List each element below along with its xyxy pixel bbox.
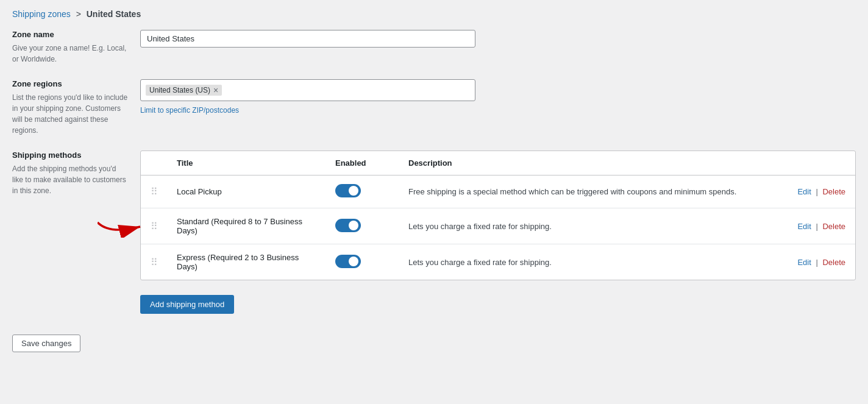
add-method-section: Add shipping method: [12, 295, 856, 328]
method-title-0: Local Pickup: [177, 187, 222, 196]
toggle-switch-2[interactable]: [335, 255, 361, 268]
toggle-slider-1: [335, 219, 361, 232]
table-row: ⠿ Local Pickup Free shipping is a specia…: [141, 175, 855, 208]
col-title-header: Title: [167, 151, 326, 175]
shipping-methods-table: Title Enabled Description ⠿ Local Pickup: [141, 151, 855, 280]
zone-name-control-col: [140, 30, 856, 48]
shipping-methods-description: Add the shipping methods you'd like to m…: [12, 163, 128, 196]
shipping-methods-heading: Shipping methods: [12, 151, 128, 160]
drag-handle-icon[interactable]: ⠿: [151, 186, 157, 197]
drag-handle-cell: ⠿: [141, 175, 167, 208]
table-header-row: Title Enabled Description: [141, 151, 855, 175]
method-desc-1: Lets you charge a fixed rate for shippin…: [408, 222, 552, 231]
region-tag-label: United States (US): [149, 86, 210, 94]
breadcrumb-separator: >: [76, 9, 81, 19]
shipping-methods-table-wrapper: Title Enabled Description ⠿ Local Pickup: [140, 151, 856, 280]
method-actions-cell-2: Edit | Delete: [781, 244, 855, 280]
zip-postcodes-link[interactable]: Limit to specific ZIP/postcodes: [140, 106, 856, 115]
zone-name-input[interactable]: [140, 30, 475, 48]
table-row: ⠿ Standard (Required 8 to 7 Business Day…: [141, 208, 855, 244]
action-sep-1: |: [816, 222, 817, 231]
method-delete-link-0[interactable]: Delete: [822, 187, 845, 196]
add-shipping-method-button[interactable]: Add shipping method: [140, 295, 234, 314]
toggle-slider-2: [335, 255, 361, 268]
region-tag-us: United States (US) ×: [146, 85, 222, 96]
method-title-cell: Local Pickup: [167, 175, 326, 208]
breadcrumb-link[interactable]: Shipping zones: [12, 9, 71, 19]
method-edit-link-1[interactable]: Edit: [797, 222, 811, 231]
method-edit-link-0[interactable]: Edit: [797, 187, 811, 196]
table-row: ⠿ Express (Required 2 to 3 Business Days…: [141, 244, 855, 280]
save-section: Save changes: [12, 328, 856, 358]
zone-regions-label-col: Zone regions List the regions you'd like…: [12, 79, 140, 136]
toggle-switch-1[interactable]: [335, 219, 361, 232]
region-tag-remove[interactable]: ×: [213, 86, 218, 94]
toggle-switch-0[interactable]: [335, 184, 361, 197]
col-enabled-header: Enabled: [326, 151, 399, 175]
zone-regions-heading: Zone regions: [12, 79, 128, 88]
method-enabled-cell: [326, 208, 399, 244]
col-desc-header: Description: [399, 151, 781, 175]
col-drag: [141, 151, 167, 175]
method-title-1: Standard (Required 8 to 7 Business Days): [177, 217, 302, 235]
method-actions-cell-1: Edit | Delete: [781, 208, 855, 244]
drag-handle-icon[interactable]: ⠿: [151, 257, 157, 268]
method-actions-cell-0: Edit | Delete: [781, 175, 855, 208]
zone-name-description: Give your zone a name! E.g. Local, or Wo…: [12, 43, 128, 65]
zone-name-section: Zone name Give your zone a name! E.g. Lo…: [12, 30, 856, 65]
drag-handle-cell: ⠿: [141, 244, 167, 280]
method-desc-2: Lets you charge a fixed rate for shippin…: [408, 258, 552, 267]
zone-name-heading: Zone name: [12, 30, 128, 39]
method-desc-0: Free shipping is a special method which …: [408, 187, 736, 196]
method-delete-link-2[interactable]: Delete: [822, 258, 845, 267]
zone-regions-input[interactable]: United States (US) ×: [140, 79, 475, 101]
method-enabled-cell: [326, 244, 399, 280]
zone-regions-description: List the regions you'd like to include i…: [12, 92, 128, 136]
zone-regions-section: Zone regions List the regions you'd like…: [12, 79, 856, 136]
col-actions-header: [781, 151, 855, 175]
method-title-2: Express (Required 2 to 3 Business Days): [177, 253, 299, 271]
breadcrumb: Shipping zones > United States: [12, 9, 856, 19]
action-sep-2: |: [816, 258, 817, 267]
action-sep-0: |: [816, 187, 817, 196]
method-delete-link-1[interactable]: Delete: [822, 222, 845, 231]
toggle-slider-0: [335, 184, 361, 197]
method-desc-cell: Lets you charge a fixed rate for shippin…: [399, 208, 781, 244]
save-changes-button[interactable]: Save changes: [12, 335, 80, 352]
method-desc-cell: Lets you charge a fixed rate for shippin…: [399, 244, 781, 280]
arrow-indicator: [98, 216, 146, 239]
drag-handle-icon[interactable]: ⠿: [151, 221, 157, 232]
breadcrumb-current: United States: [87, 9, 141, 19]
method-enabled-cell: [326, 175, 399, 208]
method-title-cell: Express (Required 2 to 3 Business Days): [167, 244, 326, 280]
method-desc-cell: Free shipping is a special method which …: [399, 175, 781, 208]
method-edit-link-2[interactable]: Edit: [797, 258, 811, 267]
shipping-methods-label-col: Shipping methods Add the shipping method…: [12, 151, 140, 196]
zone-name-label-col: Zone name Give your zone a name! E.g. Lo…: [12, 30, 140, 65]
method-title-cell: Standard (Required 8 to 7 Business Days): [167, 208, 326, 244]
zone-regions-control-col: United States (US) × Limit to specific Z…: [140, 79, 856, 115]
shipping-methods-section: Shipping methods Add the shipping method…: [12, 151, 856, 280]
